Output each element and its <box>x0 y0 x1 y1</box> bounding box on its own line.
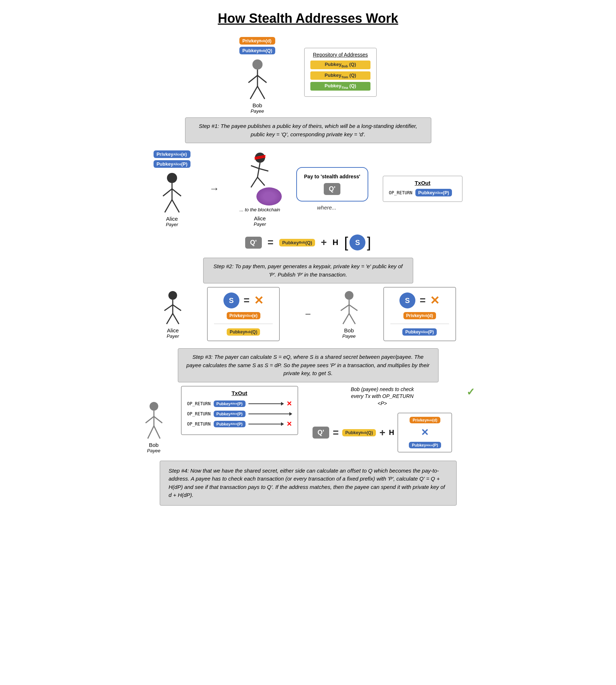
dash-separator: − <box>305 308 311 320</box>
svg-line-28 <box>341 305 349 311</box>
svg-line-2 <box>248 75 257 83</box>
repo-tom: PubkeyTom (Q) <box>310 71 370 80</box>
pubkey-alice-row2: PubkeyAlice (P) <box>214 411 246 417</box>
where-label: where... <box>317 204 347 211</box>
step3-box: Step #3: The payer can calculate S = eQ,… <box>178 348 439 382</box>
bob-s3-figure <box>336 290 362 326</box>
svg-line-5 <box>257 86 265 99</box>
bob-pubkey-alice-formula: PubkeyAlice (P) <box>402 328 437 336</box>
svg-line-22 <box>164 305 173 311</box>
blockchain-col: ... to the blockchain Alice Payer <box>238 151 282 227</box>
op-return-label: OP_RETURN <box>389 190 412 195</box>
section-4: Bob Payee TxOut OP_RETURN PubkeyAlice (P… <box>14 386 602 453</box>
bob-s4-figure <box>141 400 167 440</box>
bob-s3-label: Bob Payee <box>342 327 356 339</box>
txout-title: TxOut <box>389 180 456 186</box>
svg-line-31 <box>349 314 355 324</box>
alice-left-col: PrivkeyAlice (e) PubkeyAlice (P) Alice P… <box>154 150 190 227</box>
q-prime-badge: Q' <box>324 183 340 195</box>
bob-s4-col: Bob Payee <box>141 386 167 453</box>
section-1: PrivkeyBob (d) PubkeyBob (Q) Bob Payee <box>14 37 602 143</box>
alice-pubkey-bob-formula: PubkeyBob (Q) <box>227 328 260 336</box>
svg-line-34 <box>146 416 154 423</box>
checkmark: ✓ <box>466 386 475 398</box>
svg-point-6 <box>167 173 177 183</box>
result-x-1: ✕ <box>286 400 292 408</box>
bob-keys: PrivkeyBob (d) PubkeyBob (Q) <box>239 37 275 54</box>
s4-pubkey-bob: PubkeyBob (Q) <box>342 429 376 436</box>
alice-left-label: Alice Payer <box>166 216 178 227</box>
section-2: PrivkeyAlice (e) PubkeyAlice (P) Alice P… <box>14 150 602 250</box>
svg-line-17 <box>259 169 268 171</box>
txout-big-title: TxOut <box>187 390 292 396</box>
txout-big-box: TxOut OP_RETURN PubkeyAlice (P) ✕ OP_RET… <box>181 386 298 435</box>
repo-tina: PubkeyTina (Q) <box>310 82 370 91</box>
txout-row-1: OP_RETURN PubkeyAlice (P) ✕ <box>187 400 292 408</box>
s-circle-formula: S <box>349 234 365 250</box>
bob-s4-label: Bob Payee <box>147 442 160 453</box>
arrow-3 <box>248 424 284 424</box>
svg-line-37 <box>154 426 160 439</box>
alice-privkey-formula: PrivkeyAlice (e) <box>227 312 260 319</box>
bob-pubkey-badge: PubkeyBob (Q) <box>239 47 275 54</box>
bob-figure-col: PrivkeyBob (d) PubkeyBob (Q) Bob Payee <box>239 37 275 114</box>
alice-s3-label: Alice Payer <box>167 327 179 339</box>
formula1-row: Q' = PubkeyBob (Q) + H [ S ] <box>14 234 602 250</box>
svg-line-35 <box>154 416 162 423</box>
alice-section3-col: Alice Payer <box>160 290 185 339</box>
s4-plus: + <box>380 427 385 439</box>
alice-pubkey-badge: PubkeyAlice (P) <box>154 160 190 168</box>
svg-line-15 <box>257 163 260 177</box>
pubkey-alice-row3: PubkeyAlice (P) <box>214 421 246 427</box>
s4-pubkey-alice: PubkeyAlice (P) <box>409 442 441 448</box>
bob-label: Bob Payee <box>251 102 264 114</box>
txout-row-3: OP_RETURN PubkeyAlice (P) ✕ <box>187 420 292 428</box>
svg-line-9 <box>172 189 181 196</box>
svg-point-0 <box>252 59 263 70</box>
bob-formula-box: S = ✕ PrivkeyBob (d) PubkeyAlice (P) <box>384 287 456 341</box>
alice-s3-figure <box>160 290 185 326</box>
bob-check-label: Bob (payee) needs to check every Tx with… <box>346 386 419 407</box>
alice-right-label: Alice Payer <box>254 215 266 227</box>
formula-plus: + <box>321 237 327 248</box>
alice-s-equals: = <box>244 295 250 306</box>
blockchain-blob <box>256 187 282 206</box>
svg-point-26 <box>345 291 353 300</box>
step1-box: Step #1: The payee publishes a public ke… <box>185 117 431 143</box>
bob-privkey-formula: PrivkeyBob (d) <box>403 312 436 319</box>
repo-title: Repository of Addresses <box>310 52 370 58</box>
s4-cross: ✕ <box>421 427 429 438</box>
alice-mult-cross: ✕ <box>254 294 264 307</box>
checkmark-col: ✓ <box>466 386 475 398</box>
s4-formula-row: Q' = PubkeyBob (Q) + H PrivkeyBob (d) ✕ … <box>313 413 452 452</box>
bob-s-equals: = <box>420 295 426 306</box>
svg-point-20 <box>168 291 177 300</box>
txout-big-col: TxOut OP_RETURN PubkeyAlice (P) ✕ OP_RET… <box>181 386 298 435</box>
svg-line-24 <box>167 314 173 324</box>
bob-mult-cross: ✕ <box>430 294 440 307</box>
s4-mult-box: PrivkeyBob (d) ✕ PubkeyAlice (P) <box>398 413 452 452</box>
arrow-2 <box>248 414 292 414</box>
op-return-2: OP_RETURN <box>187 411 211 416</box>
svg-line-4 <box>250 86 257 99</box>
h-label: H <box>332 238 338 247</box>
h-bracket: [ S ] <box>344 234 371 250</box>
alice-privkey-badge: PrivkeyAlice (e) <box>154 150 190 158</box>
s4-h-label: H <box>389 428 394 437</box>
svg-line-19 <box>257 177 265 186</box>
s4-privkey-bob: PrivkeyBob (d) <box>410 417 440 423</box>
formula-equals: = <box>268 237 273 248</box>
svg-line-36 <box>148 426 154 439</box>
op-return-1: OP_RETURN <box>187 401 211 406</box>
formula-pubkey-bob: PubkeyBob (Q) <box>279 239 315 246</box>
alice-s-circle: S <box>223 292 239 308</box>
result-x-3: ✕ <box>286 420 292 428</box>
formula-q-prime: Q' <box>245 237 262 249</box>
svg-line-3 <box>257 75 267 83</box>
arrow-to-blockchain: → <box>209 183 219 195</box>
bob-privkey-badge: PrivkeyBob (d) <box>239 37 275 45</box>
arrow-1 <box>248 403 284 404</box>
txout-box-section2: TxOut OP_RETURN PubkeyAlice (P) <box>383 176 462 202</box>
svg-line-25 <box>173 314 179 324</box>
page-title: How Stealth Addresses Work <box>14 11 602 26</box>
